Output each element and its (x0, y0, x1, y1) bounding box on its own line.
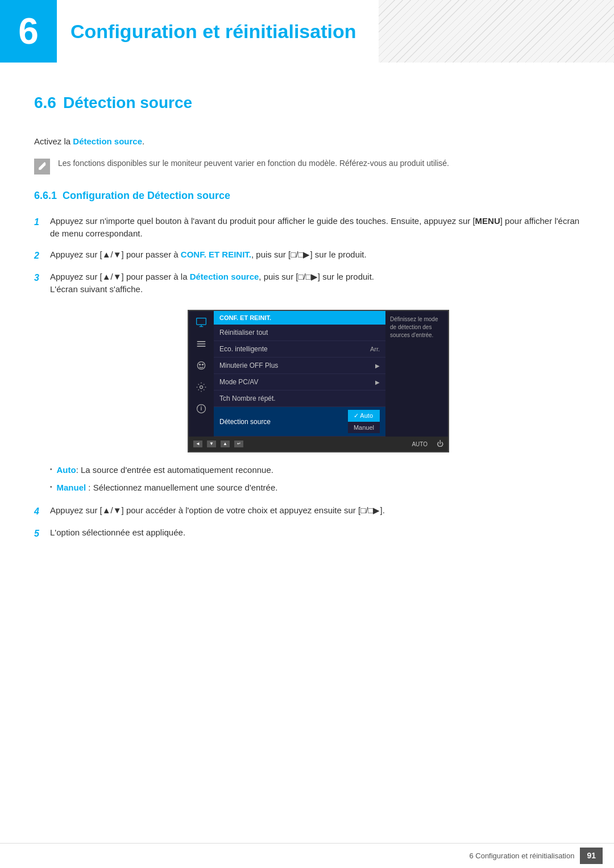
footer-page-number: 91 (580, 848, 603, 864)
step-item: 3 Appuyez sur [▲/▼] pour passer à la Dét… (34, 271, 580, 296)
chapter-title: Configuration et réinitialisation (70, 17, 356, 46)
note-box: Les fonctions disponibles sur le moniteu… (34, 157, 580, 175)
menu-icons-sidebar: i (189, 311, 214, 437)
svg-rect-4 (197, 343, 206, 344)
color-icon (196, 360, 207, 371)
step-number-1: 1 (34, 215, 50, 229)
step-text-1: Appuyez sur n'importe quel bouton à l'av… (50, 215, 580, 240)
step-item: 1 Appuyez sur n'importe quel bouton à l'… (34, 215, 580, 240)
svg-rect-0 (197, 318, 206, 325)
svg-point-9 (200, 385, 203, 388)
footer-chapter-label: 6 Configuration et réinitialisation (469, 850, 574, 862)
menu-help-text: Définissez le mode de détection des sour… (385, 311, 448, 437)
menu-item-detection: Détection source ✓ Auto Manuel (214, 407, 385, 437)
note-icon (34, 159, 50, 175)
svg-text:i: i (201, 405, 202, 412)
menu-icon-color (193, 359, 209, 372)
menu-item-reinit: Réinitialiser tout (214, 325, 385, 341)
monitor-menu: i CONF. ET REINIT. Réinitialiser tout Ec… (188, 310, 449, 453)
display-icon (196, 317, 207, 328)
info-icon: i (196, 403, 207, 414)
main-content: 6.6Détection source Activez la Détection… (0, 63, 614, 583)
step-item-5: 5 L'option sélectionnée est appliquée. (34, 526, 580, 541)
brightness-icon (196, 338, 207, 350)
steps-list: 1 Appuyez sur n'importe quel bouton à l'… (34, 215, 580, 296)
steps-list-2: 4 Appuyez sur [▲/▼] pour accéder à l'opt… (34, 504, 580, 541)
bullet-item-auto: • Auto: La source d'entrée est automatiq… (50, 464, 580, 477)
header-content: 6 Configuration et réinitialisation (0, 0, 379, 63)
menu-icon-display (193, 315, 209, 329)
menu-bottom-bar: ◄ ▼ ▲ ↵ AUTO ⏻ (189, 437, 448, 451)
menu-item-tch: Tch Nombre répét. (214, 391, 385, 407)
svg-rect-5 (197, 346, 206, 347)
menu-item-eco: Eco. intelligente Arr. (214, 341, 385, 358)
svg-rect-3 (197, 341, 206, 342)
menu-icon-brightness (193, 337, 209, 351)
step-number-4: 4 (34, 505, 50, 518)
activate-link: Détection source (73, 136, 142, 146)
menu-icon-info: i (193, 402, 209, 416)
submenu-item-auto: ✓ Auto (348, 410, 380, 422)
note-text: Les fonctions disponibles sur le moniteu… (58, 157, 449, 169)
bottom-btn-enter: ↵ (234, 441, 243, 447)
menu-list-area: CONF. ET REINIT. Réinitialiser tout Eco.… (214, 311, 385, 437)
section-title: 6.6Détection source (34, 91, 580, 118)
bullet-item-manuel: • Manuel : Sélectionnez manuellement une… (50, 481, 580, 495)
menu-inner: i CONF. ET REINIT. Réinitialiser tout Ec… (189, 311, 448, 437)
menu-icon-settings (193, 380, 209, 394)
gear-icon (196, 381, 207, 393)
bottom-btn-left: ◄ (193, 441, 202, 447)
pencil-icon (37, 161, 47, 172)
step-number-5: 5 (34, 527, 50, 541)
menu-item-minuterie: Minuterie OFF Plus ▶ (214, 358, 385, 374)
step-number-2: 2 (34, 249, 50, 263)
monitor-menu-container: i CONF. ET REINIT. Réinitialiser tout Ec… (57, 310, 580, 453)
page-header-stripe: 6 Configuration et réinitialisation (0, 0, 614, 63)
step-text-5: L'option sélectionnée est appliquée. (50, 526, 580, 539)
chapter-number-badge: 6 (0, 0, 57, 63)
subsection-title: 6.6.1 Configuration de Détection source (34, 188, 580, 203)
svg-point-7 (199, 363, 201, 365)
chapter-number: 6 (18, 4, 39, 59)
auto-label: AUTO (412, 440, 428, 448)
bottom-btn-up: ▲ (221, 441, 230, 447)
step-item: 2 Appuyez sur [▲/▼] pour passer à CONF. … (34, 248, 580, 263)
menu-item-mode-pcav: Mode PC/AV ▶ (214, 374, 385, 391)
bottom-btn-down: ▼ (207, 441, 216, 447)
power-icon: ⏻ (437, 439, 443, 449)
menu-header-label: CONF. ET REINIT. (214, 311, 385, 325)
svg-point-8 (202, 363, 204, 365)
bullet-list: • Auto: La source d'entrée est automatiq… (50, 464, 580, 494)
section-number: 6.6 (34, 94, 56, 111)
step-item-4: 4 Appuyez sur [▲/▼] pour accéder à l'opt… (34, 504, 580, 518)
step-text-4: Appuyez sur [▲/▼] pour accéder à l'optio… (50, 504, 580, 517)
step-text-2: Appuyez sur [▲/▼] pour passer à CONF. ET… (50, 248, 580, 261)
page-footer: 6 Configuration et réinitialisation 91 (0, 843, 614, 868)
activate-line: Activez la Détection source. (34, 135, 580, 148)
submenu-item-manuel: Manuel (348, 422, 380, 434)
submenu-popup: ✓ Auto Manuel (348, 410, 380, 433)
step-number-3: 3 (34, 271, 50, 285)
step-text-3: Appuyez sur [▲/▼] pour passer à la Détec… (50, 271, 580, 296)
